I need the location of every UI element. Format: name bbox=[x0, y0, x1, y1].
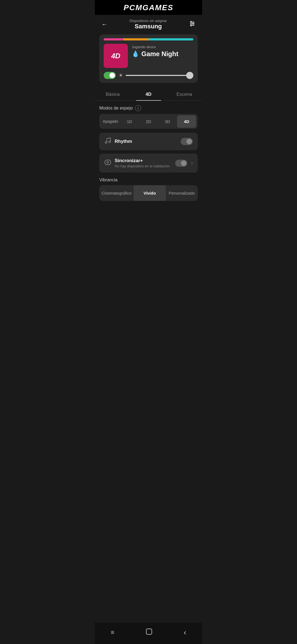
svg-point-8 bbox=[107, 161, 109, 163]
brightness-slider-thumb bbox=[186, 72, 193, 79]
game-name: Game Night bbox=[141, 50, 178, 58]
game-thumbnail-label: 4D bbox=[111, 52, 120, 60]
game-thumbnail: 4D bbox=[104, 44, 128, 68]
vibrancia-vivido[interactable]: Vívido bbox=[134, 185, 166, 201]
header-title: Samsung bbox=[109, 23, 188, 30]
mirror-mode-off[interactable]: Apagado bbox=[101, 115, 120, 128]
progress-bar-container bbox=[104, 38, 193, 40]
progress-pink bbox=[104, 38, 123, 40]
app-logo: PCMGAMES bbox=[124, 3, 174, 12]
tab-basica[interactable]: Básica bbox=[95, 88, 131, 100]
svg-point-5 bbox=[191, 25, 192, 26]
sync-icon bbox=[104, 159, 111, 168]
header-subtitle: Dispositivos sin asignar bbox=[109, 19, 188, 23]
mirror-mode-4d[interactable]: 4D bbox=[177, 115, 196, 128]
sincronizar-controls: › bbox=[175, 160, 193, 167]
sincronizar-label: Sincronizar+ bbox=[115, 158, 172, 163]
vibrancia-cinematografico[interactable]: Cinematográfico bbox=[99, 185, 134, 201]
svg-point-7 bbox=[109, 141, 111, 143]
rhythm-toggle-knob bbox=[186, 139, 192, 144]
sincronizar-sublabel: No hay dispositivo en la habitación bbox=[115, 164, 172, 168]
power-toggle[interactable] bbox=[104, 72, 116, 79]
mirror-mode-2d[interactable]: 2D bbox=[139, 115, 158, 128]
brightness-row: ☀ bbox=[104, 72, 193, 79]
mirror-modes-label: Modos de espejo i bbox=[95, 105, 202, 114]
settings-button[interactable] bbox=[188, 19, 197, 29]
tab-escena[interactable]: Escena bbox=[166, 88, 202, 100]
top-bar: PCMGAMES bbox=[95, 0, 202, 15]
rhythm-toggle[interactable] bbox=[181, 138, 193, 145]
svg-point-1 bbox=[191, 21, 192, 23]
game-details: Jugando ahora 💧 Game Night bbox=[132, 44, 193, 58]
sincronizar-toggle-knob bbox=[181, 160, 186, 166]
sincronizar-row: Sincronizar+ No hay dispositivo en la ha… bbox=[99, 154, 198, 173]
sun-icon: ☀ bbox=[119, 72, 123, 78]
header-center: Dispositivos sin asignar Samsung bbox=[109, 19, 188, 30]
progress-bar bbox=[104, 38, 193, 40]
progress-orange bbox=[123, 38, 148, 40]
tabs: Básica 4D Escena bbox=[95, 87, 202, 101]
water-drop-icon: 💧 bbox=[132, 50, 139, 58]
brightness-slider-track bbox=[126, 75, 193, 76]
back-button[interactable]: ← bbox=[100, 20, 109, 29]
info-icon[interactable]: i bbox=[135, 105, 141, 111]
game-info-row: 4D Jugando ahora 💧 Game Night bbox=[104, 44, 193, 68]
brightness-slider-fill bbox=[126, 75, 188, 76]
sincronizar-text: Sincronizar+ No hay dispositivo en la ha… bbox=[115, 158, 172, 168]
svg-point-3 bbox=[193, 23, 194, 24]
sincronizar-toggle[interactable] bbox=[175, 160, 187, 167]
mirror-mode-1d[interactable]: 1D bbox=[120, 115, 139, 128]
rhythm-row: Rhythm bbox=[99, 133, 198, 150]
tab-4d[interactable]: 4D bbox=[131, 88, 166, 100]
vibrancia-options: Cinematográfico Vívido Personalizado bbox=[99, 185, 198, 201]
game-name-row: 💧 Game Night bbox=[132, 50, 193, 58]
mirror-mode-3d[interactable]: 3D bbox=[158, 115, 177, 128]
vibrancia-label: Vibrancia bbox=[95, 176, 202, 185]
playing-now-label: Jugando ahora bbox=[132, 45, 193, 49]
chevron-right-icon[interactable]: › bbox=[191, 160, 193, 166]
power-toggle-knob bbox=[109, 73, 115, 78]
mirror-modes-selector: Apagado 1D 2D 3D 4D bbox=[99, 114, 198, 129]
progress-teal bbox=[148, 38, 193, 40]
rhythm-label: Rhythm bbox=[115, 139, 177, 144]
now-playing-card: 4D Jugando ahora 💧 Game Night ☀ bbox=[99, 34, 198, 83]
brightness-slider[interactable] bbox=[126, 72, 193, 79]
vibrancia-personalizado[interactable]: Personalizado bbox=[166, 185, 198, 201]
music-icon bbox=[104, 137, 111, 146]
svg-point-6 bbox=[105, 141, 107, 143]
header: ← Dispositivos sin asignar Samsung bbox=[95, 15, 202, 32]
